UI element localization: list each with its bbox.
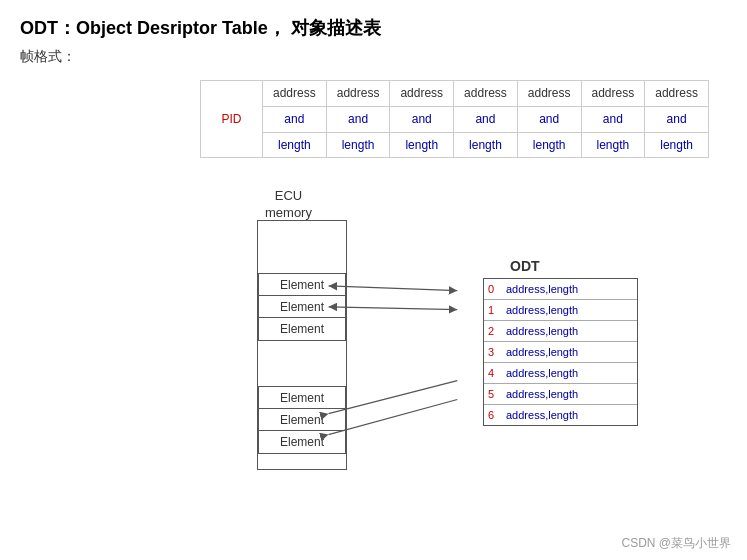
arrow-1 xyxy=(329,307,458,310)
ecu-label-line2: memory xyxy=(265,205,312,220)
odt-row-2-num: 2 xyxy=(488,321,502,341)
odt-row-4-num: 4 xyxy=(488,363,502,383)
col7-line1: address xyxy=(645,81,709,107)
col3-line1: address xyxy=(390,81,454,107)
sub-label: 帧格式： xyxy=(20,48,727,66)
odt-row-0-text: address,length xyxy=(506,279,578,299)
table-and-row: and and and and and and and xyxy=(201,106,709,132)
col1-and: and xyxy=(263,106,327,132)
col5-line1: address xyxy=(517,81,581,107)
odt-row-6-text: address,length xyxy=(506,405,578,425)
arrow-6 xyxy=(329,400,458,435)
col6-line1: address xyxy=(581,81,645,107)
odt-label: ODT xyxy=(510,258,540,274)
col2-line1: address xyxy=(326,81,390,107)
odt-row-3: 3 address,length xyxy=(484,342,637,363)
odt-row-6: 6 address,length xyxy=(484,405,637,425)
odt-row-2-text: address,length xyxy=(506,321,578,341)
table-header-row: PID address address address address addr… xyxy=(201,81,709,107)
table-length-row: length length length length length lengt… xyxy=(201,132,709,158)
col6-and: and xyxy=(581,106,645,132)
odt-row-3-num: 3 xyxy=(488,342,502,362)
odt-row-4: 4 address,length xyxy=(484,363,637,384)
ecu-element-3: Element xyxy=(258,386,346,410)
col4-line1: address xyxy=(454,81,518,107)
col7-and: and xyxy=(645,106,709,132)
ecu-element-4: Element xyxy=(258,408,346,432)
ecu-element-2: Element xyxy=(258,317,346,341)
odt-frame-table: PID address address address address addr… xyxy=(200,80,709,158)
main-title: ODT：Object Desriptor Table， 对象描述表 xyxy=(20,16,727,40)
odt-row-1-text: address,length xyxy=(506,300,578,320)
col1-line1: address xyxy=(263,81,327,107)
col6-length: length xyxy=(581,132,645,158)
col4-and: and xyxy=(454,106,518,132)
odt-row-5: 5 address,length xyxy=(484,384,637,405)
odt-row-1-num: 1 xyxy=(488,300,502,320)
col5-length: length xyxy=(517,132,581,158)
col7-length: length xyxy=(645,132,709,158)
odt-row-6-num: 6 xyxy=(488,405,502,425)
odt-row-1: 1 address,length xyxy=(484,300,637,321)
odt-row-2: 2 address,length xyxy=(484,321,637,342)
odt-row-0-num: 0 xyxy=(488,279,502,299)
col2-and: and xyxy=(326,106,390,132)
col3-length: length xyxy=(390,132,454,158)
ecu-label-line1: ECU xyxy=(275,188,302,203)
odt-row-5-text: address,length xyxy=(506,384,578,404)
page-container: ODT：Object Desriptor Table， 对象描述表 帧格式： P… xyxy=(0,0,747,514)
footer-text: CSDN @菜鸟小世界 xyxy=(621,535,731,552)
title-suffix: 对象描述表 xyxy=(291,18,381,38)
col4-length: length xyxy=(454,132,518,158)
diagram-area: ECU memory Element Element Element Eleme… xyxy=(20,178,727,498)
odt-row-0: 0 address,length xyxy=(484,279,637,300)
ecu-element-5: Element xyxy=(258,430,346,454)
col2-length: length xyxy=(326,132,390,158)
title-prefix: ODT：Object Desriptor Table， xyxy=(20,18,286,38)
odt-row-5-num: 5 xyxy=(488,384,502,404)
ecu-element-0: Element xyxy=(258,273,346,297)
odt-box: 0 address,length 1 address,length 2 addr… xyxy=(483,278,638,426)
ecu-label: ECU memory xyxy=(265,188,312,222)
table-wrapper: PID address address address address addr… xyxy=(200,80,727,158)
col1-length: length xyxy=(263,132,327,158)
arrow-0 xyxy=(329,286,458,291)
col5-and: and xyxy=(517,106,581,132)
ecu-element-1: Element xyxy=(258,295,346,319)
odt-row-3-text: address,length xyxy=(506,342,578,362)
odt-row-4-text: address,length xyxy=(506,363,578,383)
pid-cell: PID xyxy=(201,81,263,158)
col3-and: and xyxy=(390,106,454,132)
ecu-box: Element Element Element Element Element … xyxy=(257,220,347,470)
arrow-5 xyxy=(329,381,458,414)
